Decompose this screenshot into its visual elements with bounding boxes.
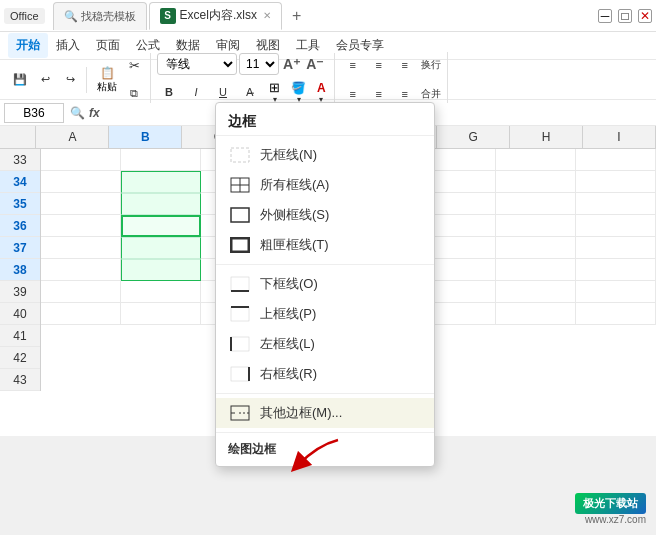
border-menu-title: 边框 bbox=[216, 107, 434, 136]
toolbar: 💾 ↩ ↪ 📋 粘贴 ✂ ⧉ 等线 11 A⁺ A⁻ bbox=[0, 60, 656, 100]
cell-g37[interactable] bbox=[496, 237, 576, 259]
minimize-button[interactable]: ─ bbox=[598, 9, 612, 23]
cell-b39[interactable] bbox=[121, 281, 201, 303]
cell-h37[interactable] bbox=[576, 237, 656, 259]
cell-b40[interactable] bbox=[121, 303, 201, 325]
row-34[interactable]: 34 bbox=[0, 171, 40, 193]
cell-g33[interactable] bbox=[496, 149, 576, 171]
cell-h40[interactable] bbox=[576, 303, 656, 325]
cell-g36[interactable] bbox=[496, 215, 576, 237]
close-button[interactable]: ✕ bbox=[638, 9, 652, 23]
all-border-icon bbox=[228, 176, 252, 194]
fx-icon[interactable]: fx bbox=[89, 106, 100, 120]
cell-b35[interactable] bbox=[121, 193, 201, 215]
row-40[interactable]: 40 bbox=[0, 303, 40, 325]
cell-b33[interactable] bbox=[121, 149, 201, 171]
svg-rect-4 bbox=[231, 208, 249, 222]
cell-a37[interactable] bbox=[41, 237, 121, 259]
col-header-g[interactable]: G bbox=[437, 126, 510, 148]
tab-find-template[interactable]: 🔍 找稳壳模板 bbox=[53, 2, 147, 30]
tab-excel-label: Excel内容.xlsx bbox=[180, 7, 257, 24]
zoom-icon[interactable]: 🔍 bbox=[70, 106, 85, 120]
col-header-b[interactable]: B bbox=[109, 126, 182, 148]
left-border-label: 左框线(L) bbox=[260, 335, 315, 353]
col-header-i[interactable]: I bbox=[583, 126, 656, 148]
add-tab-button[interactable]: + bbox=[286, 7, 307, 25]
cell-a33[interactable] bbox=[41, 149, 121, 171]
menu-right-border[interactable]: 右框线(R) bbox=[216, 359, 434, 389]
redo-btn[interactable]: ↪ bbox=[58, 67, 82, 93]
italic-btn[interactable]: I bbox=[184, 79, 208, 105]
menu-all-borders[interactable]: 所有框线(A) bbox=[216, 170, 434, 200]
cell-a35[interactable] bbox=[41, 193, 121, 215]
bold-btn[interactable]: B bbox=[157, 79, 181, 105]
align-top-btn[interactable]: ≡ bbox=[341, 52, 365, 78]
outside-border-icon bbox=[228, 206, 252, 224]
divider-3 bbox=[216, 432, 434, 433]
paste-button[interactable]: 📋 粘贴 bbox=[93, 66, 121, 94]
cell-h39[interactable] bbox=[576, 281, 656, 303]
svg-rect-5 bbox=[231, 238, 249, 252]
cell-a38[interactable] bbox=[41, 259, 121, 281]
align-middle-btn[interactable]: ≡ bbox=[367, 52, 391, 78]
cell-b37[interactable] bbox=[121, 237, 201, 259]
formula-icons: 🔍 fx bbox=[70, 106, 100, 120]
cell-g38[interactable] bbox=[496, 259, 576, 281]
row-37[interactable]: 37 bbox=[0, 237, 40, 259]
tab-close-icon[interactable]: ✕ bbox=[263, 10, 271, 21]
cell-a34[interactable] bbox=[41, 171, 121, 193]
cell-a39[interactable] bbox=[41, 281, 121, 303]
save-btn[interactable]: 💾 bbox=[8, 67, 32, 93]
cell-h34[interactable] bbox=[576, 171, 656, 193]
menu-left-border[interactable]: 左框线(L) bbox=[216, 329, 434, 359]
font-size-select[interactable]: 11 bbox=[239, 53, 279, 75]
tab-excel-file[interactable]: S Excel内容.xlsx ✕ bbox=[149, 2, 282, 30]
font-size-decrease[interactable]: A⁻ bbox=[304, 56, 325, 72]
row-42[interactable]: 42 bbox=[0, 347, 40, 369]
row-38[interactable]: 38 bbox=[0, 259, 40, 281]
cell-h33[interactable] bbox=[576, 149, 656, 171]
menu-bottom-border[interactable]: 下框线(O) bbox=[216, 269, 434, 299]
cell-h38[interactable] bbox=[576, 259, 656, 281]
row-39[interactable]: 39 bbox=[0, 281, 40, 303]
menu-top-border[interactable]: 上框线(P) bbox=[216, 299, 434, 329]
cell-b34[interactable] bbox=[121, 171, 201, 193]
undo-btn[interactable]: ↩ bbox=[33, 67, 57, 93]
bottom-border-label: 下框线(O) bbox=[260, 275, 318, 293]
cell-h36[interactable] bbox=[576, 215, 656, 237]
cut-btn[interactable]: ✂ bbox=[122, 53, 146, 79]
row-41[interactable]: 41 bbox=[0, 325, 40, 347]
font-size-increase[interactable]: A⁺ bbox=[281, 56, 302, 72]
menu-thick-border[interactable]: 粗匣框线(T) bbox=[216, 230, 434, 260]
cell-b36[interactable] bbox=[121, 215, 201, 237]
all-border-label: 所有框线(A) bbox=[260, 176, 329, 194]
cell-g40[interactable] bbox=[496, 303, 576, 325]
align-bottom-btn[interactable]: ≡ bbox=[393, 52, 417, 78]
menu-no-border[interactable]: 无框线(N) bbox=[216, 140, 434, 170]
cell-a40[interactable] bbox=[41, 303, 121, 325]
cell-g34[interactable] bbox=[496, 171, 576, 193]
cell-b38[interactable] bbox=[121, 259, 201, 281]
menu-home[interactable]: 开始 bbox=[8, 33, 48, 58]
more-borders-label: 其他边框(M)... bbox=[260, 404, 342, 422]
font-name-select[interactable]: 等线 bbox=[157, 53, 237, 75]
cell-reference-input[interactable] bbox=[4, 103, 64, 123]
row-36[interactable]: 36 bbox=[0, 215, 40, 237]
cell-g39[interactable] bbox=[496, 281, 576, 303]
tab-find-label: 找稳壳模板 bbox=[81, 9, 136, 24]
row-33[interactable]: 33 bbox=[0, 149, 40, 171]
row-35[interactable]: 35 bbox=[0, 193, 40, 215]
menu-more-borders[interactable]: 其他边框(M)... bbox=[216, 398, 434, 428]
col-header-h[interactable]: H bbox=[510, 126, 583, 148]
menu-insert[interactable]: 插入 bbox=[48, 33, 88, 58]
wrap-btn[interactable]: 换行 bbox=[419, 52, 443, 78]
cell-h35[interactable] bbox=[576, 193, 656, 215]
row-43[interactable]: 43 bbox=[0, 369, 40, 391]
cell-g35[interactable] bbox=[496, 193, 576, 215]
menu-outside-border[interactable]: 外侧框线(S) bbox=[216, 200, 434, 230]
cell-a36[interactable] bbox=[41, 215, 121, 237]
align-top-row: ≡ ≡ ≡ 换行 bbox=[341, 52, 443, 78]
svg-rect-12 bbox=[231, 367, 249, 381]
maximize-button[interactable]: □ bbox=[618, 9, 632, 23]
col-header-a[interactable]: A bbox=[36, 126, 109, 148]
